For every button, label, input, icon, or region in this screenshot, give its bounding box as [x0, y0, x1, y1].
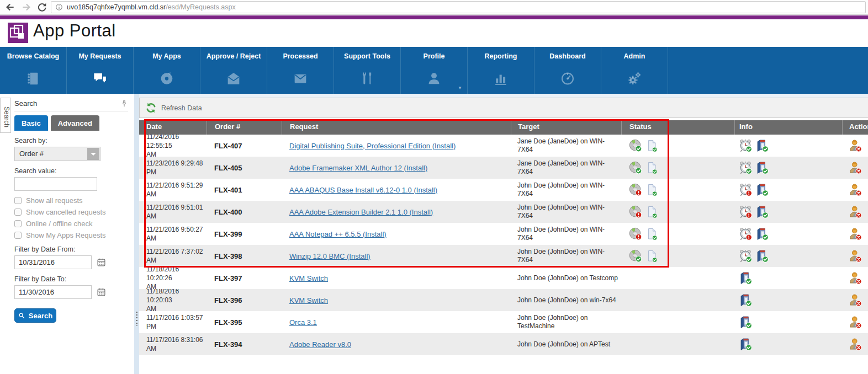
request-link[interactable]: AAA Adobe Extension Builder 2.1 1.0 (Ins… [289, 208, 433, 216]
checkbox-show-all-requests[interactable]: Show all requests [14, 196, 128, 205]
tab-advanced[interactable]: Advanced [51, 115, 99, 131]
tab-profile[interactable]: Profile▼ [401, 47, 468, 94]
splitter-grip[interactable] [136, 312, 137, 326]
column-header-request[interactable]: Request [282, 120, 511, 135]
checkbox-box[interactable] [14, 232, 22, 239]
logo-band: App Portal [0, 19, 868, 47]
calendar-icon[interactable] [97, 287, 106, 297]
search-button[interactable]: Search [14, 308, 56, 323]
date-value: 11/21/2016 7:37:02AM [146, 247, 203, 265]
cell-action [842, 179, 868, 201]
nav-filler [668, 47, 868, 94]
request-link[interactable]: KVM Switch [289, 274, 328, 282]
user-remove-icon[interactable] [849, 227, 862, 241]
installer-add-icon[interactable] [755, 227, 769, 241]
pane-splitter[interactable] [134, 94, 139, 374]
installer-add-icon[interactable] [755, 205, 769, 218]
user-remove-icon[interactable] [849, 316, 862, 329]
tab-admin[interactable]: Admin [601, 47, 668, 94]
request-link[interactable]: AAA Notepad ++ 6.5.5 (Install) [289, 230, 387, 238]
checkbox-box[interactable] [14, 197, 22, 204]
table-row: 11/17/2016 1:03:57PMFLX-395Orca 3.1John … [139, 311, 868, 333]
installer-add-icon[interactable] [755, 183, 769, 196]
installer-add-icon[interactable] [755, 249, 769, 263]
cell-order: FLX-398 [207, 245, 282, 267]
disc-success-icon [629, 161, 642, 174]
column-header-status[interactable]: Status [621, 120, 734, 135]
nav-tab-label: Dashboard [534, 52, 601, 60]
browser-forward-icon[interactable] [21, 2, 32, 13]
cell-date: 11/18/2016 10:20:03AM [139, 289, 207, 311]
user-remove-icon[interactable] [849, 161, 862, 174]
column-header-date[interactable]: Date [139, 120, 207, 135]
tab-reporting[interactable]: Reporting [468, 47, 534, 94]
column-header-target[interactable]: Target [511, 120, 621, 135]
request-link[interactable]: KVM Switch [289, 296, 328, 304]
table-row: 11/21/2016 7:37:02AMFLX-398Winzip 12.0 B… [139, 245, 868, 267]
user-remove-icon[interactable] [849, 205, 862, 218]
installer-add-icon[interactable] [739, 293, 752, 307]
column-header-order[interactable]: Order # [207, 120, 282, 135]
tab-browse-catalog[interactable]: Browse Catalog [0, 47, 67, 94]
search-value-label: Search value: [14, 167, 128, 175]
date-from-input[interactable] [14, 255, 92, 269]
nav-tab-label: My Apps [134, 52, 200, 60]
installer-add-icon[interactable] [739, 271, 752, 285]
cell-target: John Doe (JohnDoe) on win-7x64 [511, 289, 621, 311]
tab-dashboard[interactable]: Dashboard [534, 47, 601, 94]
tab-my-apps[interactable]: My Apps [134, 47, 200, 94]
clock-success-icon[interactable] [739, 139, 752, 152]
refresh-data-button[interactable]: Refresh Data [145, 102, 202, 114]
clock-error-icon[interactable] [739, 227, 752, 241]
pin-icon[interactable] [120, 100, 128, 108]
search-value-input[interactable] [14, 177, 97, 191]
calendar-icon[interactable] [97, 258, 106, 267]
column-header-info[interactable]: Info [734, 120, 842, 135]
tab-basic[interactable]: Basic [14, 115, 48, 131]
user-remove-icon[interactable] [849, 293, 862, 307]
request-link[interactable]: Adobe Framemaker XML Author 12 (Install) [289, 164, 427, 172]
cell-info [734, 289, 842, 311]
search-panel-vertical-tab[interactable]: Search [0, 98, 11, 133]
user-remove-icon[interactable] [849, 271, 862, 285]
clock-success-icon[interactable] [739, 161, 752, 174]
user-remove-icon[interactable] [849, 139, 862, 152]
checkbox-show-my-apps-requests[interactable]: Show My Apps Requests [14, 231, 128, 239]
clock-error-icon[interactable] [739, 183, 752, 196]
request-link[interactable]: AAA ABAQUS Base Install v6.12-0 1.0 (Ins… [289, 186, 437, 194]
installer-add-icon[interactable] [739, 338, 752, 351]
user-remove-icon[interactable] [849, 183, 862, 196]
installer-add-icon[interactable] [755, 139, 769, 152]
checkbox-box[interactable] [14, 220, 22, 227]
request-link[interactable]: Adobe Reader v8.0 [289, 340, 351, 349]
request-link[interactable]: Winzip 12.0 BMC (Install) [289, 252, 371, 260]
clock-error-icon[interactable] [739, 205, 752, 218]
user-remove-icon[interactable] [849, 249, 862, 263]
chevron-down-icon[interactable]: ▼ [458, 86, 462, 90]
profile-icon [427, 71, 442, 86]
checkbox-box[interactable] [14, 209, 22, 216]
browser-back-icon[interactable] [4, 2, 15, 13]
table-row: 11/18/2016 10:20:03AMFLX-396KVM SwitchJo… [139, 289, 868, 311]
clock-success-icon[interactable] [739, 249, 752, 263]
tab-support-tools[interactable]: Support Tools [334, 47, 401, 94]
request-link[interactable]: Digital Publishing Suite, Professional E… [289, 142, 456, 150]
dropdown-arrow-icon[interactable] [87, 148, 99, 160]
column-header-action[interactable]: Action [842, 120, 868, 135]
installer-add-icon[interactable] [755, 161, 769, 174]
checkbox-show-cancelled-requests[interactable]: Show cancelled requests [14, 208, 128, 216]
browser-reload-icon[interactable] [36, 2, 47, 13]
search-by-dropdown[interactable]: Order # [14, 147, 100, 161]
tab-approve-reject[interactable]: Approve / Reject [200, 47, 267, 94]
user-remove-icon[interactable] [849, 338, 862, 351]
order-number: FLX-396 [214, 296, 242, 304]
installer-add-icon[interactable] [739, 316, 752, 329]
address-bar[interactable]: uvo185q7qhfxe7yqmbl.vm.cld.sr/esd/MyRequ… [51, 1, 866, 13]
tab-my-requests[interactable]: My Requests [67, 47, 134, 94]
page-info-icon[interactable] [55, 3, 63, 11]
checkbox-group: Show all requestsShow cancelled requests… [14, 196, 128, 239]
date-to-input[interactable] [14, 285, 92, 299]
tab-processed[interactable]: Processed [267, 47, 334, 94]
checkbox-online-offline-check[interactable]: Online / offline check [14, 220, 128, 228]
request-link[interactable]: Orca 3.1 [289, 318, 317, 327]
